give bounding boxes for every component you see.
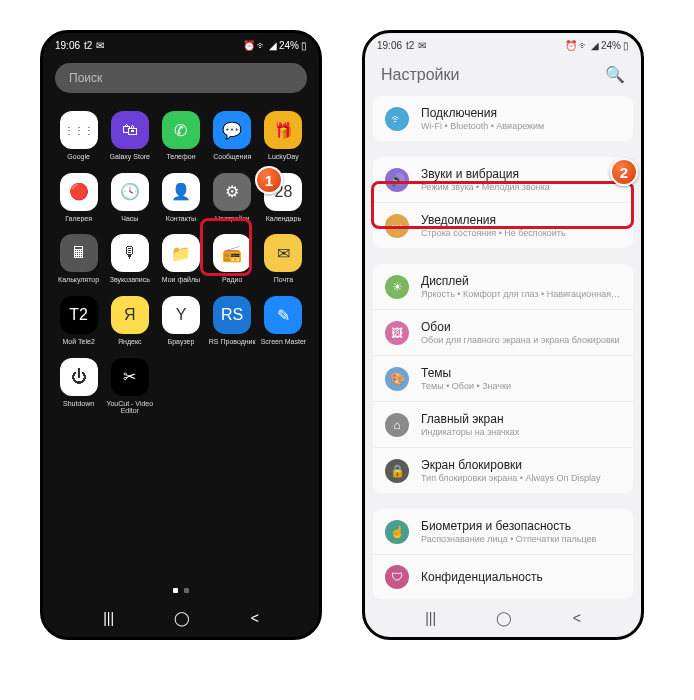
recents-button[interactable]: |||: [103, 610, 114, 626]
app-galaxy-store[interactable]: 🛍Galaxy Store: [106, 111, 153, 161]
message-icon: ✉: [418, 40, 426, 51]
phone-home-screen: 19:06 t2 ✉ ⏰ ᯤ ◢ 24% ▯ Поиск ⋮⋮⋮Google🛍G…: [40, 30, 322, 640]
settings-item-name: Дисплей: [421, 274, 621, 288]
app-label: Google: [67, 153, 90, 161]
settings-item-icon: 🔒: [385, 459, 409, 483]
settings-item-icon: ⌂: [385, 413, 409, 437]
app-сообщения[interactable]: 💬Сообщения: [209, 111, 256, 161]
settings-item-sub: Яркость • Комфорт для глаз • Навигационн…: [421, 289, 621, 299]
settings-item-главный-экран[interactable]: ⌂Главный экранИндикаторы на значках: [373, 401, 633, 447]
status-carrier: t2: [406, 40, 414, 51]
settings-item-sub: Режим звука • Мелодия звонка: [421, 182, 621, 192]
settings-item-подключения[interactable]: ᯤПодключенияWi-Fi • Bluetooth • Авиарежи…: [373, 96, 633, 141]
app-luckyday[interactable]: 🎁LuckyDay: [260, 111, 307, 161]
app-icon: 💬: [213, 111, 251, 149]
app-icon: 🖩: [60, 234, 98, 272]
app-калькулятор[interactable]: 🖩Калькулятор: [55, 234, 102, 284]
app-icon: 🔴: [60, 173, 98, 211]
settings-item-name: Обои: [421, 320, 621, 334]
home-button[interactable]: ◯: [496, 610, 512, 626]
app-icon: ✂: [111, 358, 149, 396]
app-мой-tele2[interactable]: T2Мой Tele2: [55, 296, 102, 346]
app-яндекс[interactable]: ЯЯндекс: [106, 296, 153, 346]
settings-item-обои[interactable]: 🖼ОбоиОбои для главного экрана и экрана б…: [373, 309, 633, 355]
settings-item-дисплей[interactable]: ☀ДисплейЯркость • Комфорт для глаз • Нав…: [373, 264, 633, 309]
settings-item-sub: Распознавание лица • Отпечатки пальцев: [421, 534, 621, 544]
wifi-icon: ᯤ: [257, 40, 267, 51]
settings-item-name: Экран блокировки: [421, 458, 621, 472]
app-icon: 📻: [213, 234, 251, 272]
settings-item-icon: 🛡: [385, 565, 409, 589]
status-time: 19:06: [377, 40, 402, 51]
app-радио[interactable]: 📻Радио: [209, 234, 256, 284]
app-icon: Y: [162, 296, 200, 334]
app-youcut---video-editor[interactable]: ✂YouCut - Video Editor: [106, 358, 153, 415]
settings-item-темы[interactable]: 🎨ТемыТемы • Обои • Значки: [373, 355, 633, 401]
app-icon: T2: [60, 296, 98, 334]
status-bar: 19:06 t2 ✉ ⏰ ᯤ ◢ 24% ▯: [365, 33, 641, 57]
settings-item-icon: 🔊: [385, 168, 409, 192]
nav-bar: ||| ◯ <: [365, 599, 641, 637]
settings-item-icon: ⋯: [385, 214, 409, 238]
app-label: Браузер: [168, 338, 195, 346]
signal-icon: ◢: [269, 40, 277, 51]
settings-title: Настройки: [381, 66, 459, 84]
settings-item-icon: ☀: [385, 275, 409, 299]
settings-item-звуки-и-вибрация[interactable]: 🔊Звуки и вибрацияРежим звука • Мелодия з…: [373, 157, 633, 202]
app-icon: ✆: [162, 111, 200, 149]
settings-item-icon: ☝: [385, 520, 409, 544]
battery-text: 24%: [279, 40, 299, 51]
app-label: LuckyDay: [268, 153, 299, 161]
phone-settings-screen: 19:06 t2 ✉ ⏰ ᯤ ◢ 24% ▯ Настройки 🔍 ᯤПодк…: [362, 30, 644, 640]
settings-item-name: Биометрия и безопасность: [421, 519, 621, 533]
status-bar: 19:06 t2 ✉ ⏰ ᯤ ◢ 24% ▯: [43, 33, 319, 57]
settings-item-name: Конфиденциальность: [421, 570, 621, 584]
app-rs-проводник[interactable]: RSRS Проводник: [209, 296, 256, 346]
dot: [184, 588, 189, 593]
app-галерея[interactable]: 🔴Галерея: [55, 173, 102, 223]
search-input[interactable]: Поиск: [55, 63, 307, 93]
alarm-icon: ⏰: [565, 40, 577, 51]
settings-list: ᯤПодключенияWi-Fi • Bluetooth • Авиарежи…: [365, 96, 641, 599]
app-телефон[interactable]: ✆Телефон: [157, 111, 204, 161]
app-shutdown[interactable]: ⏻Shutdown: [55, 358, 102, 415]
app-настройки[interactable]: ⚙Настройки: [209, 173, 256, 223]
app-звукозапись[interactable]: 🎙Звукозапись: [106, 234, 153, 284]
settings-item-конфиденциальность[interactable]: 🛡Конфиденциальность: [373, 554, 633, 599]
home-button[interactable]: ◯: [174, 610, 190, 626]
app-icon: RS: [213, 296, 251, 334]
search-icon[interactable]: 🔍: [605, 65, 625, 84]
app-label: Мой Tele2: [62, 338, 94, 346]
settings-item-name: Темы: [421, 366, 621, 380]
app-label: Калькулятор: [58, 276, 99, 284]
settings-item-name: Главный экран: [421, 412, 621, 426]
app-label: Shutdown: [63, 400, 94, 408]
app-screen-master[interactable]: ✎Screen Master: [260, 296, 307, 346]
app-мои-файлы[interactable]: 📁Мои файлы: [157, 234, 204, 284]
app-почта[interactable]: ✉Почта: [260, 234, 307, 284]
app-браузер[interactable]: YБраузер: [157, 296, 204, 346]
app-google[interactable]: ⋮⋮⋮Google: [55, 111, 102, 161]
settings-item-биометрия-и-безопасность[interactable]: ☝Биометрия и безопасностьРаспознавание л…: [373, 509, 633, 554]
settings-item-экран-блокировки[interactable]: 🔒Экран блокировкиТип блокировки экрана •…: [373, 447, 633, 493]
settings-item-sub: Обои для главного экрана и экрана блокир…: [421, 335, 621, 345]
settings-item-sub: Темы • Обои • Значки: [421, 381, 621, 391]
recents-button[interactable]: |||: [425, 610, 436, 626]
settings-item-уведомления[interactable]: ⋯УведомленияСтрока состояния • Не беспок…: [373, 202, 633, 248]
battery-text: 24%: [601, 40, 621, 51]
app-label: Звукозапись: [110, 276, 150, 284]
app-контакты[interactable]: 👤Контакты: [157, 173, 204, 223]
settings-item-icon: ᯤ: [385, 107, 409, 131]
app-label: Настройки: [215, 215, 249, 223]
signal-icon: ◢: [591, 40, 599, 51]
settings-item-icon: 🎨: [385, 367, 409, 391]
app-label: Galaxy Store: [110, 153, 150, 161]
back-button[interactable]: <: [251, 610, 259, 626]
back-button[interactable]: <: [573, 610, 581, 626]
app-часы[interactable]: 🕓Часы: [106, 173, 153, 223]
app-icon: 👤: [162, 173, 200, 211]
app-label: Screen Master: [261, 338, 307, 346]
battery-icon: ▯: [301, 40, 307, 51]
app-icon: ⋮⋮⋮: [60, 111, 98, 149]
app-icon: ✎: [264, 296, 302, 334]
